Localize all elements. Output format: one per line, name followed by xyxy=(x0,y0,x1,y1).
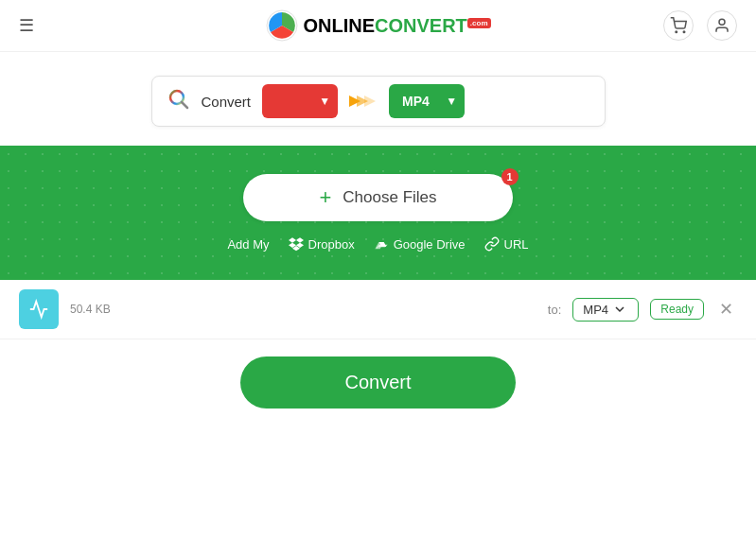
file-size: 50.4 KB xyxy=(70,303,536,316)
hamburger-icon[interactable]: ☰ xyxy=(19,15,34,36)
search-bar: Convert ▼ MP4 ▼ xyxy=(151,76,606,127)
add-my-option[interactable]: Add My xyxy=(227,237,269,252)
svg-line-5 xyxy=(182,102,187,108)
svg-point-2 xyxy=(683,31,685,33)
file-thumbnail xyxy=(19,289,59,329)
header-right xyxy=(663,10,737,41)
header-left: ☰ xyxy=(19,15,34,36)
svg-point-3 xyxy=(719,19,725,25)
svg-marker-8 xyxy=(364,96,376,107)
chevron-down-icon xyxy=(614,304,625,315)
google-drive-icon xyxy=(374,236,389,252)
source-options: Add My Dropbox Google Drive URL xyxy=(227,236,528,252)
url-icon xyxy=(484,236,500,252)
search-bar-container: Convert ▼ MP4 ▼ xyxy=(0,52,756,146)
file-format-dropdown[interactable]: MP4 xyxy=(572,298,639,322)
target-format-dropdown[interactable]: MP4 ▼ xyxy=(389,84,465,118)
convert-label: Convert xyxy=(202,94,252,110)
choose-files-button[interactable]: + Choose Files 1 xyxy=(243,174,512,221)
dropbox-option[interactable]: Dropbox xyxy=(289,236,355,252)
header: ☰ ONLINECONVERT.com xyxy=(0,0,756,52)
arrow-icons xyxy=(349,92,378,111)
source-format-dropdown[interactable]: ▼ xyxy=(262,84,338,118)
svg-point-1 xyxy=(676,31,677,33)
file-chart-icon xyxy=(28,299,49,320)
upload-zone: + Choose Files 1 Add My Dropbox Google D… xyxy=(0,146,756,280)
url-option[interactable]: URL xyxy=(484,236,529,252)
search-icon xyxy=(167,88,190,114)
logo-text: ONLINECONVERT.com xyxy=(303,15,490,37)
close-button[interactable]: ✕ xyxy=(715,295,737,323)
upload-badge: 1 xyxy=(501,168,519,185)
status-badge: Ready xyxy=(650,299,704,320)
file-row: 50.4 KB to: MP4 Ready ✕ xyxy=(0,280,756,339)
dropbox-icon xyxy=(289,236,304,252)
google-drive-option[interactable]: Google Drive xyxy=(374,236,466,252)
to-label: to: xyxy=(548,303,561,317)
user-icon[interactable] xyxy=(707,10,737,41)
convert-button-area: Convert xyxy=(0,339,756,426)
convert-button[interactable]: Convert xyxy=(240,356,515,409)
logo[interactable]: ONLINECONVERT.com xyxy=(265,9,490,42)
logo-icon xyxy=(265,9,297,42)
choose-files-label: Choose Files xyxy=(343,188,436,207)
cart-icon[interactable] xyxy=(663,10,694,41)
plus-icon: + xyxy=(319,185,331,210)
